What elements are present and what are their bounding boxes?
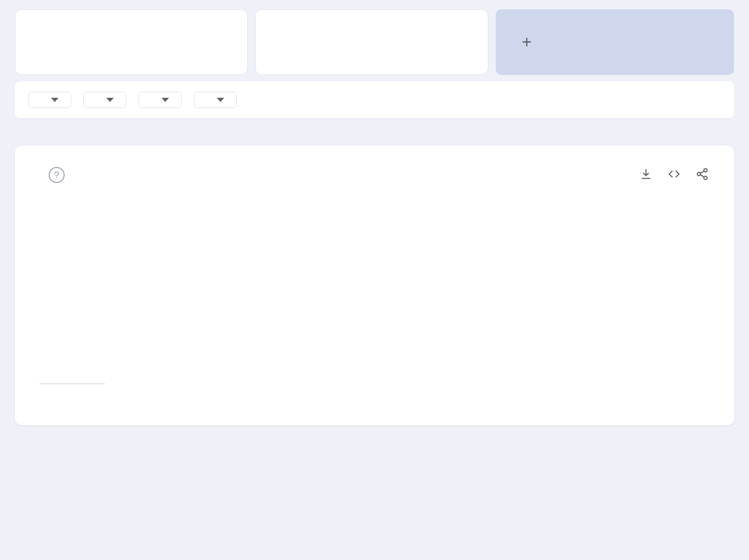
series-dot-2 — [275, 37, 285, 47]
add-comparison-button[interactable]: + — [496, 9, 734, 75]
chevron-down-icon — [162, 98, 169, 102]
chevron-down-icon — [51, 98, 59, 102]
compare-row: + — [15, 9, 734, 75]
embed-icon[interactable] — [668, 167, 682, 182]
filter-geo[interactable] — [28, 92, 71, 108]
help-icon[interactable]: ? — [49, 167, 65, 183]
line-chart[interactable] — [124, 244, 710, 388]
series-dot-1 — [35, 37, 44, 47]
filter-property[interactable] — [194, 92, 237, 108]
interest-card: ? — [15, 145, 734, 425]
share-icon[interactable] — [696, 167, 710, 182]
svg-point-0 — [704, 168, 707, 172]
svg-point-2 — [704, 176, 707, 180]
filter-time[interactable] — [83, 92, 126, 108]
chevron-down-icon — [217, 98, 224, 102]
filter-bar — [15, 81, 734, 118]
download-icon[interactable] — [639, 167, 654, 182]
filter-category[interactable] — [139, 92, 182, 108]
compare-term-1[interactable] — [15, 9, 248, 75]
compare-term-2[interactable] — [255, 9, 488, 75]
plus-icon: + — [522, 34, 532, 51]
svg-point-1 — [698, 173, 701, 176]
chevron-down-icon — [106, 98, 114, 102]
average-block — [39, 327, 105, 388]
